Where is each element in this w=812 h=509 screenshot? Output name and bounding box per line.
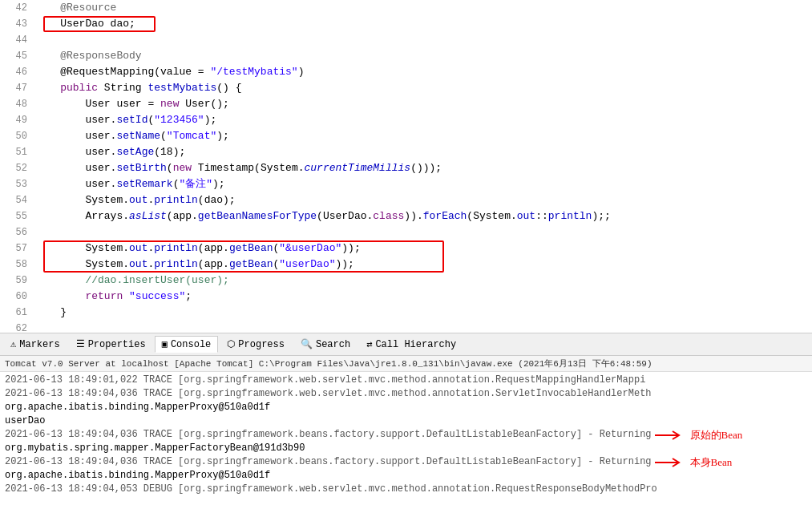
line-number: 49: [3, 112, 35, 128]
tab-search[interactable]: 🔍Search: [293, 336, 358, 353]
code-line: 61 }: [0, 305, 812, 321]
tab-console[interactable]: ▣Console: [155, 336, 219, 353]
tab-progress[interactable]: ⬡Progress: [220, 336, 292, 353]
line-number: 52: [3, 160, 35, 176]
arrow-label-text: 本身Bean: [690, 455, 733, 469]
code-line: 43 UserDao dao;: [0, 16, 812, 32]
console-line: org.apache.ibatis.binding.MapperProxy@51…: [5, 469, 807, 483]
tab-icon: 🔍: [301, 338, 313, 350]
console-content: 2021-06-13 18:49:01,022 TRACE [org.sprin…: [0, 372, 812, 509]
console-line: org.mybatis.spring.mapper.MapperFactoryB…: [5, 442, 807, 455]
tab-label: Markers: [19, 339, 59, 350]
line-content: user.setName("Tomcat");: [35, 128, 809, 144]
code-line: 42 @Resource: [0, 0, 812, 16]
console-line: userDao: [5, 414, 807, 428]
console-text: 2021-06-13 18:49:04,053 DEBUG [org.sprin…: [5, 483, 657, 496]
tab-icon: ☰: [76, 338, 85, 350]
tab-icon: ⚠: [10, 338, 16, 350]
code-line: 59 //dao.insertUser(user);: [0, 273, 812, 289]
line-content: User user = new User();: [35, 96, 809, 112]
console-text: org.apache.ibatis.binding.MapperProxy@51…: [5, 401, 270, 414]
arrow-label-text: 原始的Bean: [690, 428, 743, 442]
code-panel: 42 @Resource43 UserDao dao;44 45 @Respon…: [0, 0, 812, 333]
console-line: org.apache.ibatis.binding.MapperProxy@51…: [5, 401, 807, 414]
code-line: 48 User user = new User();: [0, 96, 812, 112]
code-line: 47 public String testMybatis() {: [0, 80, 812, 96]
line-number: 59: [3, 273, 35, 289]
arrow-icon: [655, 429, 687, 442]
console-text: userDao: [5, 414, 45, 428]
console-line: 2021-06-13 18:49:04,036 TRACE [org.sprin…: [5, 387, 807, 401]
code-line: 52 user.setBirth(new Timestamp(System.cu…: [0, 160, 812, 176]
tab-properties[interactable]: ☰Properties: [69, 336, 153, 353]
code-line: 51 user.setAge(18);: [0, 144, 812, 160]
line-content: user.setAge(18);: [35, 144, 809, 160]
line-number: 56: [3, 224, 35, 240]
code-line: 55 Arrays.asList(app.getBeanNamesForType…: [0, 208, 812, 224]
bottom-tabs: ⚠Markers☰Properties▣Console⬡Progress🔍Sea…: [0, 333, 812, 356]
tab-markers[interactable]: ⚠Markers: [3, 336, 67, 353]
tab-icon: ▣: [162, 338, 168, 350]
tab-call-hierarchy[interactable]: ⇄Call Hierarchy: [359, 336, 463, 353]
console-text: 2021-06-13 18:49:04,036 TRACE [org.sprin…: [5, 387, 652, 401]
console-text: 2021-06-13 18:49:01,022 TRACE [org.sprin…: [5, 374, 645, 387]
line-number: 51: [3, 144, 35, 160]
line-number: 43: [3, 16, 35, 32]
console-line: 2021-06-13 18:49:01,022 TRACE [org.sprin…: [5, 374, 807, 387]
line-number: 44: [3, 32, 35, 48]
line-content: Arrays.asList(app.getBeanNamesForType(Us…: [35, 208, 809, 224]
code-line: 53 user.setRemark("备注");: [0, 176, 812, 192]
code-line: 62: [0, 321, 812, 333]
arrow-icon: [655, 456, 687, 469]
bottom-panel: ⚠Markers☰Properties▣Console⬡Progress🔍Sea…: [0, 333, 812, 509]
code-line: 56: [0, 224, 812, 240]
line-content: System.out.println(dao);: [35, 192, 809, 208]
line-number: 50: [3, 128, 35, 144]
line-content: @RequestMapping(value = "/testMybatis"): [35, 64, 809, 80]
line-content: System.out.println(app.getBean("userDao"…: [35, 257, 809, 273]
console-line: 2021-06-13 18:49:04,036 TRACE [org.sprin…: [5, 428, 807, 442]
code-line: 60 return "success";: [0, 289, 812, 305]
line-content: [35, 224, 809, 240]
line-content: //dao.insertUser(user);: [35, 273, 809, 289]
tab-label: Progress: [238, 339, 285, 350]
console-text: 2021-06-13 18:49:04,036 TRACE [org.sprin…: [5, 455, 652, 469]
line-content: public String testMybatis() {: [35, 80, 809, 96]
code-line: 54 System.out.println(dao);: [0, 192, 812, 208]
line-number: 48: [3, 96, 35, 112]
code-line: 49 user.setId("123456");: [0, 112, 812, 128]
line-content: UserDao dao;: [35, 16, 809, 32]
line-content: }: [35, 305, 809, 321]
line-content: user.setId("123456");: [35, 112, 809, 128]
line-number: 45: [3, 48, 35, 64]
console-arrow-label: 原始的Bean: [655, 428, 743, 442]
line-number: 61: [3, 305, 35, 321]
code-line: 50 user.setName("Tomcat");: [0, 128, 812, 144]
line-number: 46: [3, 64, 35, 80]
line-content: return "success";: [35, 289, 809, 305]
tab-label: Search: [316, 339, 350, 350]
line-content: @ResponseBody: [35, 48, 809, 64]
line-number: 62: [3, 321, 35, 333]
code-line: 57 System.out.println(app.getBean("&user…: [0, 240, 812, 257]
code-editor: 42 @Resource43 UserDao dao;44 45 @Respon…: [0, 0, 812, 333]
line-number: 42: [3, 0, 35, 16]
line-content: [35, 321, 809, 333]
tab-label: Call Hierarchy: [375, 339, 456, 350]
console-arrow-label: 本身Bean: [655, 455, 733, 469]
tab-label: Properties: [88, 339, 146, 350]
line-number: 57: [3, 240, 35, 257]
line-content: @Resource: [35, 0, 809, 16]
line-content: System.out.println(app.getBean("&userDao…: [35, 240, 809, 257]
console-line: 2021-06-13 18:49:04,036 TRACE [org.sprin…: [5, 455, 807, 469]
line-content: user.setBirth(new Timestamp(System.curre…: [35, 160, 809, 176]
console-text: 2021-06-13 18:49:04,036 TRACE [org.sprin…: [5, 428, 652, 442]
console-text: org.mybatis.spring.mapper.MapperFactoryB…: [5, 442, 305, 455]
tab-icon: ⬡: [227, 338, 235, 350]
line-number: 53: [3, 176, 35, 192]
line-number: 55: [3, 208, 35, 224]
line-number: 58: [3, 257, 35, 273]
console-header: Tomcat v7.0 Server at localhost [Apache …: [0, 356, 812, 372]
code-line: 44: [0, 32, 812, 48]
code-line: 45 @ResponseBody: [0, 48, 812, 64]
